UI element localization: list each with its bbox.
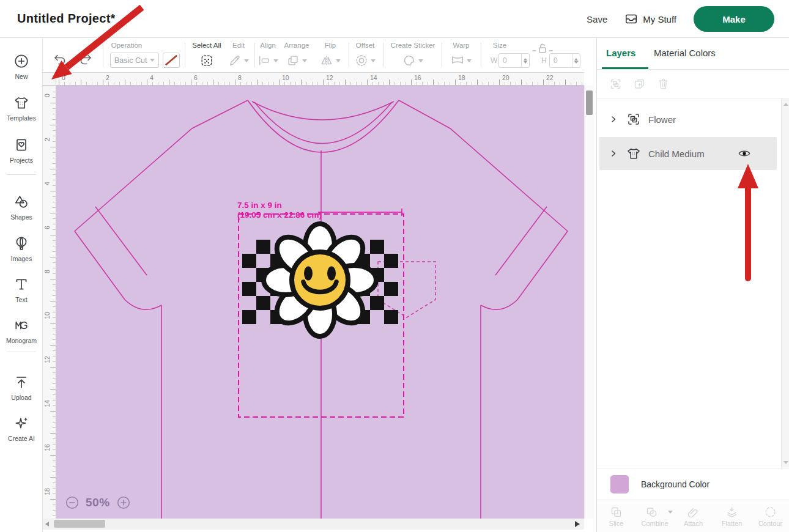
chevron-down-icon (150, 59, 155, 62)
layer-list-scrollbar[interactable] (781, 99, 789, 468)
sidebar-item-images[interactable]: Images (0, 235, 43, 262)
selection-size-label-cm: (19.05 cm x 22.86 cm) (237, 210, 322, 220)
background-color-row: Background Color (597, 468, 789, 500)
right-panel: Layers Material Colors Flower Child Medi… (596, 38, 789, 532)
images-balloon-icon (13, 235, 29, 251)
sidebar-item-create-ai[interactable]: Create AI (0, 415, 43, 442)
ruler-tick-label: 16 (414, 74, 421, 81)
combine-button[interactable]: Combine (637, 506, 673, 527)
flatten-icon (725, 506, 738, 519)
combine-icon (645, 506, 658, 519)
select-all-button[interactable] (200, 54, 213, 67)
selection-size-label-in: 7.5 in x 9 in (237, 201, 282, 210)
scroll-up-arrow-icon[interactable] (783, 103, 788, 106)
flower-smiley-graphic[interactable] (264, 224, 376, 336)
height-label: H (541, 56, 547, 65)
chevron-down-icon (302, 59, 307, 62)
contour-button[interactable]: Contour (753, 506, 788, 527)
save-button[interactable]: Save (587, 14, 607, 24)
ruler-tick-label: 20 (502, 74, 509, 81)
sidebar-divider (7, 352, 36, 352)
scroll-right-arrow-icon[interactable] (575, 521, 580, 527)
group-icon[interactable] (609, 78, 622, 91)
height-input[interactable] (550, 54, 572, 67)
layer-visibility-toggle[interactable] (738, 147, 751, 160)
my-stuff-label: My Stuff (643, 14, 676, 24)
new-icon (13, 53, 29, 69)
smiley-right-eye (327, 267, 336, 281)
monogram-icon (13, 317, 29, 333)
width-stepper[interactable] (521, 54, 529, 67)
layer-row-flower[interactable]: Flower (599, 103, 777, 136)
duplicate-icon[interactable] (633, 78, 646, 91)
tab-material-colors[interactable]: Material Colors (654, 48, 716, 58)
zoom-control: 50% (65, 495, 131, 510)
redo-button[interactable] (78, 53, 93, 70)
make-button[interactable]: Make (694, 6, 774, 32)
canvas-horizontal-scrollbar[interactable] (43, 519, 584, 530)
chevron-down-icon (273, 59, 278, 62)
operation-dropdown[interactable]: Basic Cut (110, 53, 159, 68)
sidebar-item-new[interactable]: New (0, 53, 43, 80)
chevron-down-icon (336, 59, 341, 62)
vertical-scrollbar-thumb[interactable] (586, 91, 593, 115)
height-stepper[interactable] (572, 54, 580, 67)
ruler-tick-label: 4 (43, 179, 51, 188)
ruler-tick-label: 18 (458, 74, 465, 81)
warp-label: Warp (453, 42, 469, 49)
attach-button[interactable]: Attach (676, 506, 711, 527)
warp-button[interactable] (451, 54, 472, 67)
undo-button[interactable] (53, 53, 67, 70)
align-button[interactable] (257, 54, 278, 67)
diagonal-line-icon (163, 53, 179, 67)
sidebar-item-monogram[interactable]: Monogram (0, 317, 43, 344)
sidebar-item-templates[interactable]: Templates (0, 95, 43, 122)
edit-button[interactable] (228, 54, 249, 67)
chevron-down-icon (418, 59, 423, 62)
select-all-label: Select All (192, 42, 221, 49)
smiley-face (292, 252, 348, 308)
text-icon (13, 276, 29, 292)
ruler-tick-label: 10 (282, 74, 289, 81)
sidebar-divider (7, 174, 36, 175)
sidebar-item-text[interactable]: Text (0, 276, 43, 303)
my-stuff-button[interactable]: My Stuff (624, 12, 676, 26)
linetype-color-swatch[interactable] (163, 53, 180, 68)
layer-actions-bar: Slice Combine Attach Flatten Contour (597, 500, 789, 532)
sparkle-icon (13, 415, 29, 431)
ruler-tick-label: 4 (150, 74, 154, 81)
sidebar-item-shapes[interactable]: Shapes (0, 194, 43, 221)
flatten-button[interactable]: Flatten (714, 506, 750, 527)
layer-name: Flower (648, 114, 676, 125)
zoom-out-icon[interactable] (65, 495, 80, 510)
edit-label: Edit (232, 42, 245, 49)
slice-button[interactable]: Slice (599, 506, 634, 527)
ruler-tick-label: 0 (43, 91, 51, 100)
ruler-tick-label: 2 (106, 74, 109, 81)
scroll-left-arrow-icon[interactable] (45, 522, 49, 526)
flip-button[interactable] (320, 54, 341, 67)
create-sticker-button[interactable] (402, 54, 423, 67)
project-title[interactable]: Untitled Project* (17, 12, 116, 26)
ruler-tick-label: 0 (62, 74, 65, 81)
offset-button[interactable] (355, 54, 376, 67)
ruler-tick-label: 8 (238, 74, 242, 81)
chevron-right-icon[interactable] (609, 115, 618, 124)
chevron-down-icon (244, 59, 249, 62)
horizontal-scrollbar-thumb[interactable] (54, 520, 105, 528)
upload-icon (13, 374, 29, 390)
ruler-tick-label: 2 (43, 135, 51, 144)
layer-row-child-medium[interactable]: Child Medium (599, 137, 777, 170)
design-canvas[interactable]: 7.5 in x 9 in (19.05 cm x 22.86 cm) (56, 86, 584, 519)
canvas-vertical-scrollbar[interactable] (584, 86, 594, 519)
arrange-button[interactable] (286, 54, 307, 67)
scroll-down-arrow-icon[interactable] (783, 461, 788, 464)
sidebar-item-projects[interactable]: Projects (0, 137, 43, 164)
zoom-in-icon[interactable] (116, 495, 131, 510)
background-color-swatch[interactable] (610, 475, 629, 493)
tab-layers[interactable]: Layers (606, 48, 635, 58)
sidebar-item-upload[interactable]: Upload (0, 374, 43, 401)
chevron-right-icon[interactable] (609, 149, 618, 158)
width-input[interactable] (499, 54, 521, 67)
trash-icon[interactable] (657, 78, 670, 91)
